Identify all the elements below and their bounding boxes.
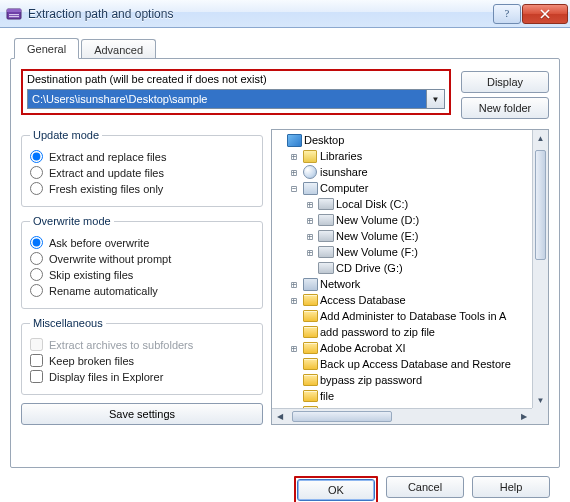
- close-button[interactable]: [522, 4, 568, 24]
- tree-vertical-scrollbar[interactable]: ▲ ▼: [532, 130, 548, 408]
- misc-subfolders: Extract archives to subfolders: [30, 338, 254, 351]
- help-button-bottom[interactable]: Help: [472, 476, 550, 498]
- app-icon: [6, 6, 22, 22]
- overwrite-mode-group: Overwrite mode Ask before overwrite Over…: [21, 215, 263, 309]
- help-button[interactable]: ?: [493, 4, 521, 24]
- overwrite-opt-ask[interactable]: Ask before overwrite: [30, 236, 254, 249]
- destination-combo[interactable]: ▼: [27, 89, 445, 109]
- tree-network[interactable]: ⊞Network: [288, 276, 532, 292]
- computer-icon: [302, 180, 318, 196]
- overwrite-opt-rename[interactable]: Rename automatically: [30, 284, 254, 297]
- folder-icon: [302, 340, 318, 356]
- scroll-down-arrow-icon[interactable]: ▼: [533, 392, 548, 408]
- misc-keep-broken[interactable]: Keep broken files: [30, 354, 254, 367]
- svg-rect-3: [9, 16, 19, 17]
- folder-icon: [302, 308, 318, 324]
- tree-folder[interactable]: add password to zip file: [288, 324, 532, 340]
- ok-button[interactable]: OK: [297, 479, 375, 501]
- drive-icon: [318, 244, 334, 260]
- folder-icon: [302, 324, 318, 340]
- scroll-up-arrow-icon[interactable]: ▲: [533, 130, 548, 146]
- tree-vol-d[interactable]: ⊞New Volume (D:): [304, 212, 532, 228]
- tree-folder[interactable]: Back up Access Database and Restore: [288, 356, 532, 372]
- libraries-icon: [302, 148, 318, 164]
- svg-rect-1: [7, 9, 21, 12]
- destination-dropdown-button[interactable]: ▼: [427, 89, 445, 109]
- save-settings-button[interactable]: Save settings: [21, 403, 263, 425]
- tree-user[interactable]: ⊞isunshare: [288, 164, 532, 180]
- scroll-right-arrow-icon[interactable]: ▶: [516, 409, 532, 424]
- destination-label: Destination path (will be created if doe…: [27, 73, 445, 85]
- update-opt-fresh[interactable]: Fresh existing files only: [30, 182, 254, 195]
- tree-folder[interactable]: file: [288, 388, 532, 404]
- tree-folder[interactable]: ⊞Adobe Acrobat XI: [288, 340, 532, 356]
- cd-drive-icon: [318, 260, 334, 276]
- tree-computer[interactable]: ⊟Computer: [288, 180, 532, 196]
- scroll-corner: [532, 408, 548, 424]
- dialog-button-row: OK Cancel Help: [10, 468, 560, 502]
- tree-vol-f[interactable]: ⊞New Volume (F:): [304, 244, 532, 260]
- drive-icon: [318, 212, 334, 228]
- folder-icon: [302, 372, 318, 388]
- misc-group: Miscellaneous Extract archives to subfol…: [21, 317, 263, 395]
- update-mode-legend: Update mode: [30, 129, 102, 141]
- network-icon: [302, 276, 318, 292]
- scroll-thumb[interactable]: [292, 411, 392, 422]
- tab-general[interactable]: General: [14, 38, 79, 59]
- overwrite-opt-skip[interactable]: Skip existing files: [30, 268, 254, 281]
- destination-input[interactable]: [27, 89, 427, 109]
- window-title: Extraction path and options: [28, 7, 173, 21]
- tree-libraries[interactable]: ⊞Libraries: [288, 148, 532, 164]
- tab-strip: General Advanced: [14, 36, 560, 58]
- desktop-icon: [286, 132, 302, 148]
- tab-panel-general: Destination path (will be created if doe…: [10, 58, 560, 468]
- overwrite-opt-without[interactable]: Overwrite without prompt: [30, 252, 254, 265]
- update-opt-update[interactable]: Extract and update files: [30, 166, 254, 179]
- folder-tree[interactable]: Desktop ⊞Libraries ⊞isunshare ⊟Computer …: [271, 129, 549, 425]
- misc-legend: Miscellaneous: [30, 317, 106, 329]
- tree-vol-e[interactable]: ⊞New Volume (E:): [304, 228, 532, 244]
- ok-highlight: OK: [294, 476, 378, 502]
- tab-advanced[interactable]: Advanced: [81, 39, 156, 59]
- user-icon: [302, 164, 318, 180]
- new-folder-button[interactable]: New folder: [461, 97, 549, 119]
- cancel-button[interactable]: Cancel: [386, 476, 464, 498]
- scroll-left-arrow-icon[interactable]: ◀: [272, 409, 288, 424]
- tree-desktop[interactable]: Desktop: [272, 132, 532, 148]
- tree-local-disk[interactable]: ⊞Local Disk (C:): [304, 196, 532, 212]
- drive-icon: [318, 196, 334, 212]
- tree-folder[interactable]: Add Administer to Database Tools in A: [288, 308, 532, 324]
- svg-rect-2: [9, 14, 19, 15]
- tree-folder[interactable]: bypass zip password: [288, 372, 532, 388]
- title-bar: Extraction path and options ?: [0, 0, 570, 28]
- tree-horizontal-scrollbar[interactable]: ◀ ▶: [272, 408, 532, 424]
- overwrite-mode-legend: Overwrite mode: [30, 215, 114, 227]
- update-mode-group: Update mode Extract and replace files Ex…: [21, 129, 263, 207]
- tree-folder[interactable]: ⊞Access Database: [288, 292, 532, 308]
- svg-text:?: ?: [505, 9, 510, 19]
- display-button[interactable]: Display: [461, 71, 549, 93]
- update-opt-replace[interactable]: Extract and replace files: [30, 150, 254, 163]
- folder-icon: [302, 292, 318, 308]
- drive-icon: [318, 228, 334, 244]
- tree-cd-drive[interactable]: CD Drive (G:): [304, 260, 532, 276]
- folder-icon: [302, 356, 318, 372]
- folder-icon: [302, 388, 318, 404]
- destination-highlight: Destination path (will be created if doe…: [21, 69, 451, 115]
- scroll-thumb[interactable]: [535, 150, 546, 260]
- misc-display-explorer[interactable]: Display files in Explorer: [30, 370, 254, 383]
